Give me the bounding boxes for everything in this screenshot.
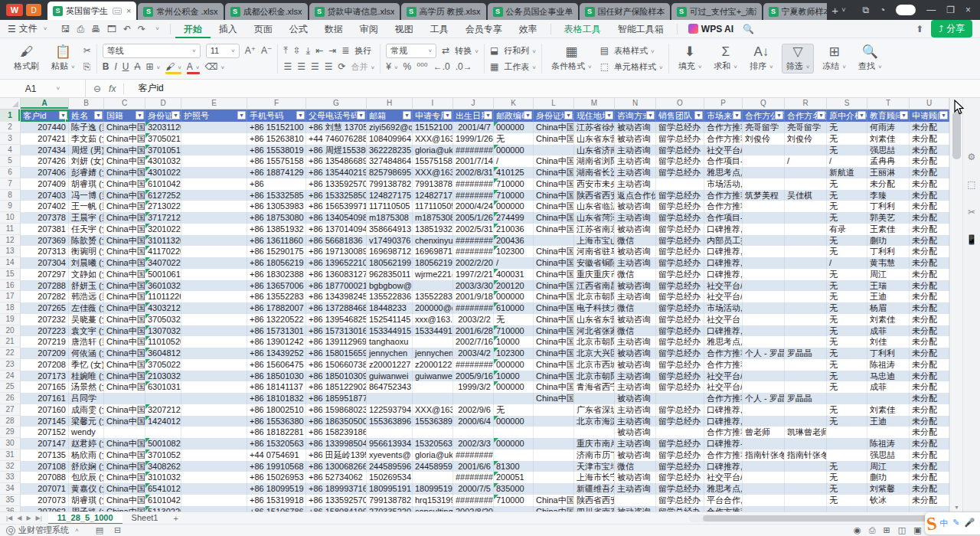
- cell-Q33[interactable]: [743, 472, 785, 483]
- wrap-button[interactable]: 换行: [354, 45, 371, 57]
- cell-D17[interactable]: 110112200109181419: [145, 291, 181, 302]
- convert-button[interactable]: 转换˅: [455, 45, 479, 57]
- cell-U30[interactable]: 未分配: [910, 438, 949, 449]
- cell-Q8[interactable]: 筑梦美程: [743, 190, 785, 201]
- cell-K27[interactable]: 无: [494, 404, 534, 416]
- cell-J18[interactable]: ########: [453, 302, 494, 314]
- header-cell-P1[interactable]: 市场来源▼: [704, 109, 743, 122]
- cell-F3[interactable]: +86 15263810: [247, 133, 306, 145]
- cell-I9[interactable]: 117110505: [413, 201, 453, 212]
- cell-F17[interactable]: +86 13552283: [247, 291, 306, 302]
- cell-H21[interactable]: tanghaoxu: [367, 336, 413, 348]
- cell-M25[interactable]: 青海省西宁: [574, 381, 615, 393]
- row-number[interactable]: 18: [0, 302, 21, 314]
- cell-L18[interactable]: China中国: [534, 302, 574, 314]
- filter-dropdown-icon[interactable]: ▼: [94, 111, 103, 119]
- cell-P14[interactable]: 口碑推荐,转: [704, 257, 743, 269]
- cell-A11[interactable]: 207381: [21, 224, 69, 235]
- cell-K2[interactable]: 000000: [494, 122, 534, 133]
- cell-E8[interactable]: [181, 190, 247, 201]
- cell-M2[interactable]: 江苏省徐州: [574, 122, 615, 133]
- cell-S23[interactable]: 无: [827, 359, 867, 371]
- cell-Q14[interactable]: [743, 257, 785, 269]
- cell-I15[interactable]: wjrme221@: [413, 269, 453, 280]
- cell-S21[interactable]: 无: [827, 336, 867, 348]
- cell-J7[interactable]: ########: [453, 178, 494, 190]
- menu-tab-效率[interactable]: 效率: [511, 20, 546, 38]
- cell-M11[interactable]: 江苏省南京: [574, 224, 615, 235]
- increase-decimal-button[interactable]: ←.0: [433, 61, 450, 72]
- cell-H24[interactable]: guiwanwei: [367, 371, 413, 382]
- filter-dropdown-icon[interactable]: ▼: [605, 111, 613, 119]
- cell-C34[interactable]: China中国: [104, 483, 145, 495]
- cell-K4[interactable]: 000000: [494, 145, 534, 156]
- cell-O36[interactable]: 留学总经办: [656, 506, 704, 512]
- cell-N22[interactable]: 被动咨询: [615, 348, 656, 359]
- filter-dropdown-icon[interactable]: ▼: [733, 111, 741, 119]
- cell-E33[interactable]: [181, 472, 247, 483]
- horizontal-scrollbar[interactable]: [689, 515, 948, 522]
- cell-P15[interactable]: 口碑推荐,转: [704, 269, 743, 280]
- cell-Q35[interactable]: [743, 495, 785, 506]
- cell-I3[interactable]: XXX@163.c: [413, 133, 453, 145]
- row-number[interactable]: 23: [0, 359, 21, 371]
- cell-T11[interactable]: 王素佳: [867, 224, 910, 235]
- header-cell-S1[interactable]: 原中介机构▼: [827, 109, 867, 122]
- cell-E25[interactable]: [181, 381, 247, 393]
- cell-J21[interactable]: 2002/7/16: [453, 336, 494, 348]
- cell-Q34[interactable]: [743, 483, 785, 495]
- cell-H2[interactable]: ziyi5692@q: [367, 122, 413, 133]
- cell-E26[interactable]: [181, 393, 247, 404]
- cell-N3[interactable]: 被动咨询: [615, 133, 656, 145]
- menu-tab-工具[interactable]: 工具: [422, 20, 457, 38]
- cell-T4[interactable]: 强思喆: [867, 145, 910, 156]
- cell-L21[interactable]: China中国: [534, 336, 574, 348]
- cell-U4[interactable]: 未分配: [910, 145, 949, 156]
- header-cell-H1[interactable]: 邮箱▼: [367, 109, 413, 122]
- scrollbar-thumb[interactable]: [952, 112, 961, 159]
- cell-A4[interactable]: 207434: [21, 145, 69, 156]
- cell-O17[interactable]: 留学总经办: [656, 291, 704, 302]
- cell-S9[interactable]: 无: [827, 201, 867, 212]
- cell-Q16[interactable]: [743, 280, 785, 292]
- cell-J14[interactable]: 2002/2/20: [453, 257, 494, 269]
- cell-A7[interactable]: 207409: [21, 178, 69, 190]
- cell-R7[interactable]: [785, 178, 827, 190]
- cell-K12[interactable]: 200436: [494, 235, 534, 247]
- cell-M9[interactable]: 山东省临沂: [574, 201, 615, 212]
- cell-R36[interactable]: [785, 506, 827, 512]
- cell-O23[interactable]: 留学总经办: [656, 359, 704, 371]
- cell-S35[interactable]: 无: [827, 495, 867, 506]
- cell-T26[interactable]: [867, 393, 910, 404]
- cell-S7[interactable]: 无: [827, 178, 867, 190]
- cell-B2[interactable]: 陈子逸 (男: [69, 122, 104, 133]
- cell-B25[interactable]: 汤景然 (女: [69, 381, 104, 393]
- cell-E6[interactable]: [181, 167, 247, 178]
- cell-I4[interactable]: gloria@uk: [413, 145, 453, 156]
- document-tab[interactable]: S贷款申请信息.xlsx: [309, 3, 400, 20]
- cell-U19[interactable]: 未分配: [910, 314, 949, 325]
- minimize-button[interactable]: —: [926, 5, 936, 15]
- column-header-B[interactable]: B: [69, 98, 104, 109]
- font-name-select[interactable]: 等线˅: [103, 44, 201, 58]
- cell-I26[interactable]: [413, 393, 453, 404]
- cell-S22[interactable]: 无: [827, 348, 867, 359]
- cell-L32[interactable]: [534, 461, 574, 472]
- cell-N8[interactable]: 返点合作伙: [615, 190, 656, 201]
- cell-L29[interactable]: [534, 427, 574, 438]
- header-cell-K1[interactable]: 邮政编码▼: [494, 109, 534, 122]
- cell-F35[interactable]: +86 15319918: [247, 495, 306, 506]
- cell-S24[interactable]: 无: [827, 371, 867, 382]
- align-bottom-icon[interactable]: ⤓: [306, 45, 310, 56]
- cell-F30[interactable]: +86 15320563: [247, 438, 306, 449]
- cell-P11[interactable]: 口碑推荐,转: [704, 224, 743, 235]
- cell-F34[interactable]: +86 18099519: [247, 483, 306, 495]
- cell-T18[interactable]: 杨眉: [867, 302, 910, 314]
- record-icon[interactable]: ⎙: [869, 525, 876, 535]
- cell-P31[interactable]: 合作方推荐: [704, 449, 743, 461]
- column-header-D[interactable]: D: [145, 98, 181, 109]
- docer-icon[interactable]: D: [26, 4, 41, 16]
- cell-C7[interactable]: China中国: [104, 178, 145, 190]
- cell-U29[interactable]: 未分配: [910, 427, 949, 438]
- cell-P6[interactable]: 雅思考点,雅: [704, 167, 743, 178]
